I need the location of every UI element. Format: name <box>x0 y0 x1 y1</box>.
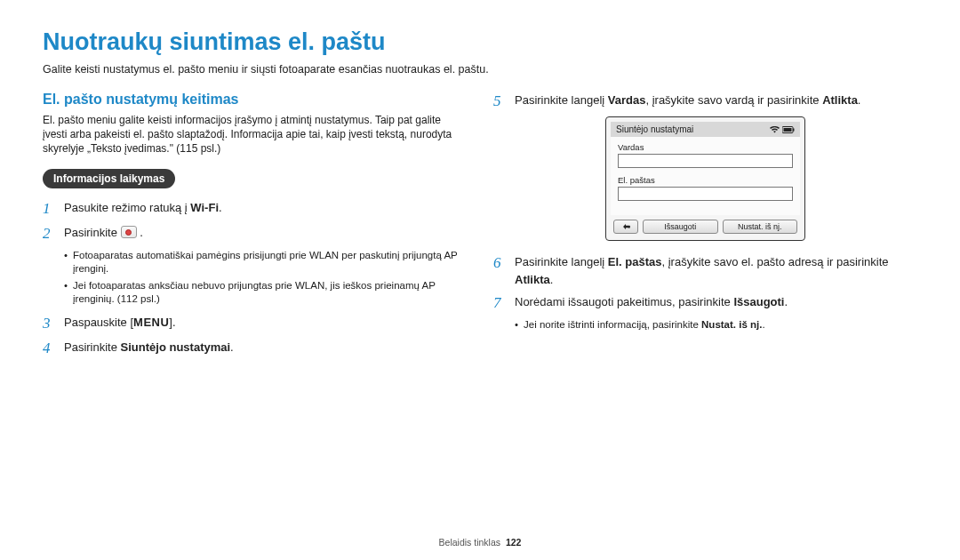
step-number: 1 <box>43 199 55 219</box>
save-label: Išsaugoti <box>733 295 784 308</box>
back-arrow-icon <box>620 223 631 230</box>
two-column-layout: El. pašto nustatymų keitimas El. pašto m… <box>43 92 917 364</box>
page-number: 122 <box>506 537 522 548</box>
step-text: ]. <box>169 316 175 329</box>
step-2: 2 Pasirinkite . <box>43 224 467 244</box>
step-text: , įrašykite savo el. pašto adresą ir pas… <box>661 255 888 268</box>
name-label: Vardas <box>618 142 793 152</box>
step-number: 6 <box>493 253 506 273</box>
step-text: Pasirinkite <box>64 340 121 354</box>
name-field-label: Vardas <box>608 93 646 107</box>
section-description: El. pašto meniu galite keisti informacij… <box>43 113 467 156</box>
step-7-bullets: Jei norite ištrinti informaciją, pasirin… <box>515 318 917 332</box>
step-1: 1 Pasukite režimo ratuką į Wi-Fi. <box>43 199 467 219</box>
step-7: 7 Norėdami išsaugoti pakeitimus, pasirin… <box>493 293 917 313</box>
step-text: Norėdami išsaugoti pakeitimus, pasirinki… <box>515 295 733 308</box>
screenshot-body: Vardas El. paštas <box>611 137 800 215</box>
done-label: Atlikta <box>515 273 550 286</box>
right-column: 5 Pasirinkite langelį Vardas, įrašykite … <box>493 92 917 364</box>
step-text: . <box>219 201 222 214</box>
step-text: Paspauskite [ <box>64 316 133 329</box>
reset-label: Nustat. iš nj. <box>701 319 762 330</box>
bullet-item: Jei norite ištrinti informaciją, pasirin… <box>515 318 917 332</box>
step-body: Norėdami išsaugoti pakeitimus, pasirinki… <box>515 293 917 311</box>
footer-section: Belaidis tinklas <box>439 537 500 548</box>
wifi-icon <box>770 126 780 133</box>
step-text: . <box>550 273 554 286</box>
intro-text: Galite keisti nustatymus el. pašto meniu… <box>43 63 917 76</box>
step-body: Pasirinkite Siuntėjo nustatymai. <box>64 339 467 356</box>
step-number: 4 <box>43 339 55 358</box>
step-text: , įrašykite savo vardą ir pasirinkite <box>645 93 822 107</box>
screenshot-footer: Išsaugoti Nustat. iš nj. <box>611 215 800 236</box>
bullet-item: Fotoaparatas automatiškai pamėgins prisi… <box>64 249 467 276</box>
step-number: 2 <box>43 224 55 244</box>
step-body: Paspauskite [MENU]. <box>64 314 467 332</box>
svg-rect-1 <box>793 128 795 131</box>
wifi-label: Wi-Fi <box>190 201 219 214</box>
email-app-icon <box>121 226 137 238</box>
email-label: El. paštas <box>618 175 793 185</box>
step-text: Pasirinkite <box>64 226 121 239</box>
step-text: Pasukite režimo ratuką į <box>64 201 190 214</box>
step-text: . <box>784 295 788 308</box>
section-title: El. pašto nustatymų keitimas <box>43 92 467 108</box>
status-icons <box>770 126 795 133</box>
back-button[interactable] <box>613 220 638 234</box>
step-number: 5 <box>493 92 506 111</box>
step-3: 3 Paspauskite [MENU]. <box>43 314 467 333</box>
step-text: Pasirinkite langelį <box>515 93 608 107</box>
step-text: Pasirinkite langelį <box>515 255 608 268</box>
page-footer: Belaidis tinklas 122 <box>0 537 960 548</box>
info-storage-badge: Informacijos laikymas <box>43 169 175 188</box>
page-title: Nuotraukų siuntimas el. paštu <box>43 28 917 56</box>
bullet-item: Jei fotoaparatas anksčiau nebuvo prijung… <box>64 279 467 307</box>
bullet-text: Jei norite ištrinti informaciją, pasirin… <box>524 319 701 330</box>
screenshot-title: Siuntėjo nustatymai <box>616 124 693 134</box>
step-body: Pasirinkite . <box>64 224 467 242</box>
bullet-text: . <box>762 319 764 330</box>
step-text: . <box>230 340 234 354</box>
email-input[interactable] <box>618 187 793 201</box>
email-field-label: El. paštas <box>608 255 662 268</box>
name-input[interactable] <box>618 154 793 168</box>
step-4: 4 Pasirinkite Siuntėjo nustatymai. <box>43 339 467 358</box>
save-button[interactable]: Išsaugoti <box>643 220 718 234</box>
step-6: 6 Pasirinkite langelį El. paštas, įrašyk… <box>493 253 917 288</box>
left-column: El. pašto nustatymų keitimas El. pašto m… <box>43 92 467 364</box>
step-2-bullets: Fotoaparatas automatiškai pamėgins prisi… <box>64 249 467 307</box>
battery-icon <box>782 126 795 133</box>
step-body: Pasirinkite langelį El. paštas, įrašykit… <box>515 253 917 288</box>
step-5: 5 Pasirinkite langelį Vardas, įrašykite … <box>493 92 917 111</box>
step-body: Pasukite režimo ratuką į Wi-Fi. <box>64 199 467 217</box>
step-number: 7 <box>493 293 506 313</box>
icon-dot <box>125 229 132 236</box>
step-text: . <box>858 93 861 107</box>
step-number: 3 <box>43 314 55 333</box>
menu-label: MENU <box>133 316 169 329</box>
step-body: Pasirinkite langelį Vardas, įrašykite sa… <box>515 92 917 109</box>
screenshot-header: Siuntėjo nustatymai <box>611 122 800 137</box>
step-text: . <box>137 226 143 239</box>
reset-button[interactable]: Nustat. iš nj. <box>723 220 798 234</box>
sender-settings-label: Siuntėjo nustatymai <box>121 340 231 354</box>
done-label: Atlikta <box>822 93 858 107</box>
device-screenshot: Siuntėjo nustatymai Vardas El. paštas Iš… <box>605 116 805 241</box>
svg-rect-2 <box>784 128 792 132</box>
